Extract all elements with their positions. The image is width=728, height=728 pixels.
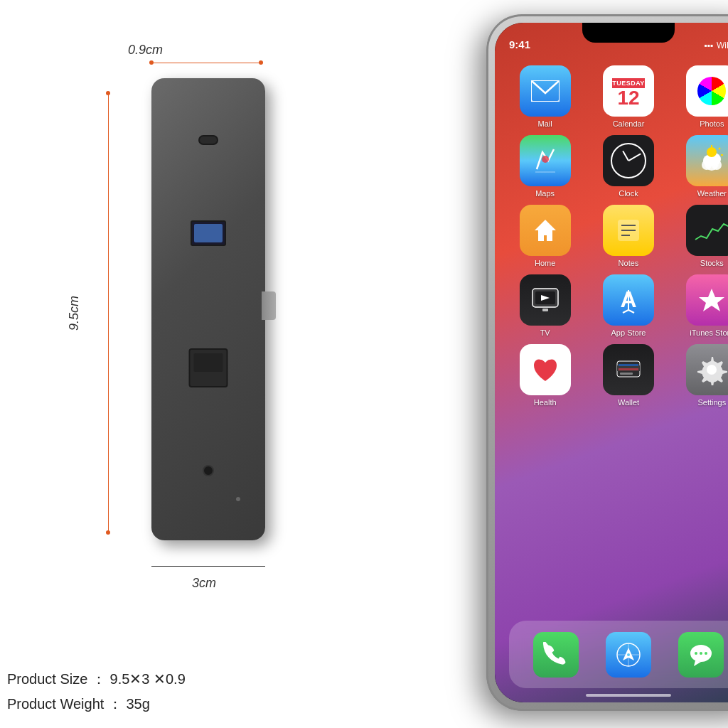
stocks-label: Stocks — [700, 259, 724, 267]
iphone-frame: 9:41 ▪▪▪ WiFi 🔋 — [486, 14, 728, 711]
dim-left-dot-top — [106, 91, 110, 95]
notes-label: Notes — [619, 259, 639, 267]
svg-point-3 — [542, 156, 549, 163]
dim-left-dot-bottom — [106, 530, 110, 535]
app-item-calendar[interactable]: TUESDAY 12 Calendar — [590, 65, 666, 128]
calendar-icon: TUESDAY 12 — [603, 65, 654, 117]
dim-depth-label: 3cm — [192, 576, 216, 591]
photos-label: Photos — [700, 119, 724, 128]
svg-point-43 — [700, 652, 702, 655]
app-item-weather[interactable]: Weather — [674, 135, 728, 198]
app-item-appstore[interactable]: A App Store — [590, 274, 666, 337]
app-item-mail[interactable]: Mail — [507, 65, 583, 128]
tv-label: TV — [540, 328, 550, 337]
settings-icon — [686, 344, 728, 395]
audio-jack — [203, 465, 214, 476]
hub-body — [151, 78, 265, 540]
itunes-label: iTunes Store — [690, 328, 728, 337]
signal-icon: ▪▪▪ — [704, 41, 713, 50]
svg-point-42 — [695, 652, 697, 655]
dock-app-safari[interactable] — [606, 632, 651, 678]
app-item-home[interactable]: Home — [507, 205, 583, 267]
svg-rect-32 — [619, 364, 638, 366]
photos-wheel — [697, 77, 726, 105]
usba-inner — [194, 224, 223, 242]
weight-value: 35g — [127, 696, 150, 712]
calendar-label: Calendar — [613, 119, 645, 128]
wifi-icon: WiFi — [717, 41, 728, 50]
app-item-maps[interactable]: Maps — [507, 135, 583, 198]
health-label: Health — [534, 398, 557, 407]
app-item-tv[interactable]: TV — [507, 274, 583, 337]
product-info: Product Size ： 9.5✕3 ✕0.9 Product Weight… — [7, 670, 186, 714]
notes-icon — [603, 205, 654, 256]
weather-label: Weather — [697, 189, 727, 198]
status-icons: ▪▪▪ WiFi 🔋 — [704, 41, 728, 50]
svg-marker-14 — [535, 220, 556, 241]
svg-marker-27 — [699, 289, 724, 311]
weight-label: Product Weight ： — [7, 696, 122, 712]
clock-label: Clock — [619, 189, 638, 198]
wallet-label: Wallet — [618, 398, 639, 407]
messages-icon — [678, 632, 724, 678]
stocks-icon — [686, 205, 728, 256]
status-time: 9:41 — [509, 38, 530, 50]
app-grid: Mail TUESDAY 12 Calendar Photos — [503, 62, 728, 410]
svg-point-10 — [707, 147, 717, 157]
svg-point-44 — [705, 652, 707, 655]
mail-label: Mail — [538, 119, 552, 128]
product-size: Product Size ： 9.5✕3 ✕0.9 — [7, 670, 186, 689]
svg-rect-30 — [620, 373, 633, 375]
home-label: Home — [535, 259, 555, 267]
calendar-date: 12 — [617, 88, 639, 108]
right-section: 9:41 ▪▪▪ WiFi 🔋 — [358, 0, 728, 728]
appstore-label: App Store — [611, 328, 646, 337]
sd-card-slot — [189, 348, 228, 387]
maps-label: Maps — [535, 189, 555, 198]
svg-point-39 — [627, 653, 630, 656]
app-item-settings[interactable]: Settings — [674, 344, 728, 407]
usba-port — [191, 220, 226, 246]
left-section: 0.9cm 9.5cm 3cm Product Size ： 9.5✕3 ✕0.… — [0, 0, 364, 728]
dim-height-line — [108, 92, 109, 533]
app-item-wallet[interactable]: Wallet — [590, 344, 666, 407]
weather-icon — [686, 135, 728, 186]
led-indicator — [236, 497, 240, 501]
dim-width-line — [149, 63, 263, 63]
dim-bottom-line — [151, 566, 265, 567]
dim-width-label: 0.9cm — [128, 43, 163, 58]
wallet-icon — [603, 344, 654, 395]
dim-dot-right — [259, 60, 263, 65]
dim-height-label: 9.5cm — [67, 296, 82, 331]
clock-minute-hand — [628, 153, 641, 161]
phone-icon — [533, 632, 579, 678]
dim-dot-left — [149, 60, 154, 65]
photos-icon — [686, 65, 728, 117]
clock-icon — [603, 135, 654, 186]
svg-line-12 — [719, 148, 720, 149]
itunes-icon — [686, 274, 728, 326]
app-item-stocks[interactable]: Stocks — [674, 205, 728, 267]
dock-app-phone[interactable] — [533, 632, 579, 678]
size-label: Product Size ： — [7, 671, 106, 687]
settings-label: Settings — [697, 398, 726, 407]
app-item-health[interactable]: Health — [507, 344, 583, 407]
app-item-itunes[interactable]: iTunes Store — [674, 274, 728, 337]
app-item-notes[interactable]: Notes — [590, 205, 666, 267]
appstore-icon: A — [603, 274, 654, 326]
iphone-notch — [582, 23, 675, 43]
app-item-photos[interactable]: Photos — [674, 65, 728, 128]
sd-card-inner — [194, 353, 223, 372]
mail-icon — [520, 65, 571, 117]
home-icon — [520, 205, 571, 256]
side-connector — [262, 291, 276, 320]
size-value: 9.5✕3 ✕0.9 — [110, 671, 186, 687]
svg-rect-21 — [542, 309, 548, 311]
clock-face — [611, 143, 646, 178]
product-weight: Product Weight ： 35g — [7, 695, 186, 714]
usbc-port — [198, 135, 218, 145]
health-icon — [520, 344, 571, 395]
app-item-clock[interactable]: Clock — [590, 135, 666, 198]
dock-app-messages[interactable] — [678, 632, 724, 678]
tv-icon — [520, 274, 571, 326]
